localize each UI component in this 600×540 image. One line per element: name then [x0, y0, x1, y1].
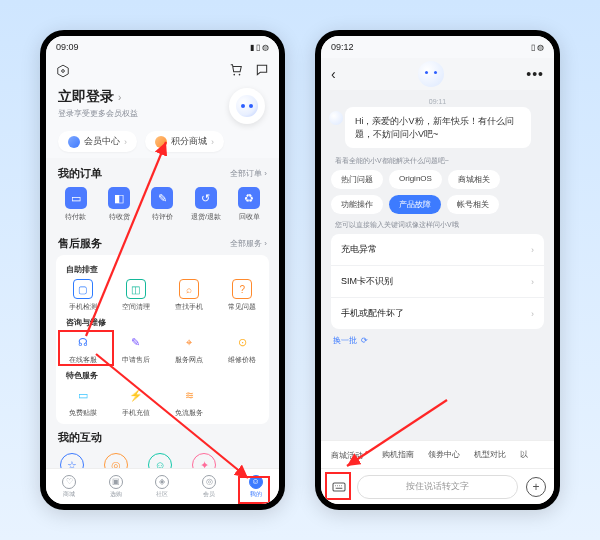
film-icon: ▭ [73, 385, 93, 405]
phone-left: 09:09 ▮ ▯ ◍ 立即登录 › 登录享受更多会员权益 [40, 30, 285, 510]
hudong-title: 我的互动 [58, 430, 102, 445]
chip-member[interactable]: 会员中心 › [58, 131, 137, 152]
svg-rect-6 [333, 483, 345, 491]
topic-chip[interactable]: OriginOS [389, 170, 442, 189]
bottom-nav: ♡商城 ▣选购 ◈社区 ◎会员 ☺我的 [46, 468, 279, 504]
chip-points[interactable]: 积分商城 › [145, 131, 224, 152]
swap-button[interactable]: 换一批 ⟳ [331, 329, 544, 352]
service-item[interactable]: ▭免费贴膜 [56, 385, 109, 418]
service-more[interactable]: 全部服务 › [230, 238, 267, 249]
avatar[interactable] [229, 88, 265, 124]
robot-icon [418, 61, 444, 87]
order-item[interactable]: ✎待评价 [141, 187, 184, 222]
add-icon[interactable]: + [526, 477, 546, 497]
svg-point-3 [239, 73, 241, 75]
service-item[interactable]: ▢手机检测 [56, 279, 109, 312]
svg-point-2 [233, 73, 235, 75]
topic-chip[interactable]: 商城相关 [448, 170, 500, 189]
greeting-bubble: Hi，亲爱的小V粉，新年快乐！有什么问题，不妨问问小V吧~ [345, 107, 531, 148]
refund-icon: ↺ [195, 187, 217, 209]
service-item[interactable]: ✎申请售后 [109, 332, 162, 365]
quick-links-scroll[interactable]: 商城活动 ● 购机指南 领券中心 机型对比 以 [321, 440, 554, 468]
service-item[interactable]: ≋免流服务 [163, 385, 216, 418]
quick-link[interactable]: 购机指南 [382, 449, 414, 460]
headset-icon: ☊ [73, 332, 93, 352]
quick-link[interactable]: 以 [520, 449, 528, 460]
topic-chip[interactable]: 功能操作 [331, 195, 383, 214]
more-icon[interactable]: ••• [526, 66, 544, 82]
prompt-text: 看看全能的小V都能解决什么问题吧~ [335, 156, 544, 166]
special-title: 特色服务 [56, 367, 269, 383]
data-icon: ≋ [179, 385, 199, 405]
phone-right: 09:12 ▯ ◍ ‹ ••• 09:11 Hi，亲爱的小V粉，新年快乐！有什么… [315, 30, 560, 510]
time: 09:12 [331, 42, 354, 52]
chevron-right-icon: › [531, 245, 534, 255]
toolbar [46, 58, 279, 84]
quick-link[interactable]: 机型对比 [474, 449, 506, 460]
order-item[interactable]: ▭待付款 [54, 187, 97, 222]
back-icon[interactable]: ‹ [331, 66, 336, 82]
topic-chip[interactable]: 帐号相关 [447, 195, 499, 214]
wallet-icon: ▭ [65, 187, 87, 209]
question-item[interactable]: 手机或配件坏了› [331, 298, 544, 329]
diamond-icon [68, 136, 80, 148]
voice-input[interactable]: 按住说话转文字 [357, 475, 518, 499]
prompt-text: 您可以直接输入关键词或像这样问小V哦 [335, 220, 544, 230]
topup-icon: ⚡ [126, 385, 146, 405]
question-item[interactable]: SIM卡不识别› [331, 266, 544, 298]
service-item[interactable]: ⌖服务网点 [163, 332, 216, 365]
locate-icon: ⌕ [179, 279, 199, 299]
service-title: 售后服务 [58, 236, 102, 251]
cart-icon[interactable] [229, 63, 243, 80]
svg-point-1 [62, 70, 65, 73]
consult-title: 咨询与维修 [56, 314, 269, 330]
svg-marker-0 [58, 65, 69, 77]
chevron-right-icon: › [531, 309, 534, 319]
nav-item[interactable]: ◎会员 [202, 475, 216, 499]
orders-title: 我的订单 [58, 166, 102, 181]
recycle-icon: ♻ [238, 187, 260, 209]
time: 09:09 [56, 42, 79, 52]
chevron-right-icon: › [118, 92, 121, 103]
chat-header: ‹ ••• [321, 58, 554, 90]
price-icon: ⊙ [232, 332, 252, 352]
question-list: 充电异常› SIM卡不识别› 手机或配件坏了› [331, 234, 544, 329]
status-bar: 09:12 ▯ ◍ [321, 36, 554, 58]
box-icon: ◧ [108, 187, 130, 209]
nav-item[interactable]: ◈社区 [155, 475, 169, 499]
topic-chip-active[interactable]: 产品故障 [389, 195, 441, 214]
orders-more[interactable]: 全部订单 › [230, 168, 267, 179]
service-item[interactable]: ?常见问题 [216, 279, 269, 312]
clean-icon: ◫ [126, 279, 146, 299]
service-item[interactable]: ⊙维修价格 [216, 332, 269, 365]
service-item[interactable]: ◫空间清理 [109, 279, 162, 312]
chat-bubble-icon[interactable] [255, 63, 269, 80]
order-item[interactable]: ↺退货/退款 [184, 187, 227, 222]
refresh-icon: ⟳ [361, 336, 368, 345]
chevron-right-icon: › [531, 277, 534, 287]
nav-item-mine[interactable]: ☺我的 [249, 475, 263, 499]
faq-icon: ? [232, 279, 252, 299]
status-icons: ▮ ▯ ◍ [250, 43, 269, 52]
status-bar: 09:09 ▮ ▯ ◍ [46, 36, 279, 58]
quick-link[interactable]: 领券中心 [428, 449, 460, 460]
robot-icon [236, 95, 258, 117]
chat-timestamp: 09:11 [331, 98, 544, 105]
question-item[interactable]: 充电异常› [331, 234, 544, 266]
topic-chip[interactable]: 热门问题 [331, 170, 383, 189]
order-item[interactable]: ♻回收单 [228, 187, 271, 222]
quick-link[interactable]: 商城活动 ● [331, 449, 368, 461]
nav-item[interactable]: ▣选购 [109, 475, 123, 499]
chat-input-bar: 按住说话转文字 + [321, 468, 554, 504]
order-item[interactable]: ◧待收货 [97, 187, 140, 222]
nav-item[interactable]: ♡商城 [62, 475, 76, 499]
settings-icon[interactable] [56, 64, 70, 78]
apply-icon: ✎ [126, 332, 146, 352]
login-title: 立即登录 [58, 88, 114, 106]
keyboard-icon[interactable] [329, 477, 349, 497]
service-item[interactable]: ⚡手机充值 [109, 385, 162, 418]
service-item[interactable]: ⌕查找手机 [163, 279, 216, 312]
coin-icon [155, 136, 167, 148]
service-item-online-support[interactable]: ☊在线客服 [56, 332, 109, 365]
self-service-title: 自助排查 [56, 261, 269, 277]
